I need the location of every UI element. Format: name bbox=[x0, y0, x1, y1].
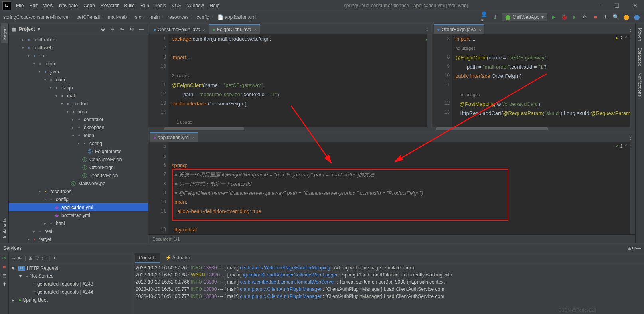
stop-icon[interactable]: ■ bbox=[1, 263, 8, 271]
menu-vcs[interactable]: VCS bbox=[169, 2, 184, 10]
services-tree-item[interactable]: ▾API HTTP Request bbox=[9, 264, 132, 272]
rerun-icon[interactable]: ⟳ bbox=[1, 255, 8, 262]
tree-item[interactable]: ▾▪web bbox=[9, 108, 148, 116]
editor-tab[interactable]: ●ConsumeFeign.java× bbox=[150, 24, 209, 34]
tag-icon[interactable]: 🏷 bbox=[41, 255, 47, 261]
tree-item[interactable]: ▸▪target bbox=[9, 235, 148, 243]
code-editor-yml[interactable]: 4567891011 13 spring: # 解决一个项目里面 @FeignC… bbox=[148, 142, 635, 234]
menu-file[interactable]: File bbox=[14, 2, 26, 10]
tree-item[interactable]: ▾▪feign bbox=[9, 132, 148, 140]
services-tree-item[interactable]: ▾▸ Not Started bbox=[9, 272, 132, 280]
tree-item[interactable]: ▸▪mall-rabbit bbox=[9, 36, 148, 44]
breadcrumb-item[interactable]: springCloud-consumer-finance bbox=[3, 14, 68, 20]
maximize-button[interactable]: ☐ bbox=[608, 0, 626, 11]
services-tree[interactable]: ▾API HTTP Request▾▸ Not Started≡ generat… bbox=[9, 263, 132, 314]
collapse-icon[interactable]: ⇤ bbox=[18, 255, 22, 261]
services-layout-icon[interactable]: ⊞ bbox=[628, 245, 632, 251]
hscrollbar-thumb[interactable] bbox=[436, 127, 548, 130]
expand-icon[interactable]: ⇥ bbox=[11, 255, 16, 261]
services-hide-icon[interactable]: — bbox=[636, 245, 641, 251]
filter-icon[interactable]: ⊟ bbox=[1, 272, 8, 279]
avatar-icon[interactable]: ⬤ bbox=[633, 13, 641, 21]
tree-item[interactable]: ▾▪main bbox=[9, 60, 148, 68]
hide-panel-icon[interactable]: — bbox=[138, 26, 145, 33]
breadcrumb-item[interactable]: 📄 application.yml bbox=[217, 14, 257, 20]
hscrollbar-thumb[interactable] bbox=[164, 127, 244, 130]
search-icon[interactable]: 🔍 bbox=[612, 13, 620, 21]
services-tree-item[interactable]: ▸● Spring Boot bbox=[9, 296, 132, 304]
project-tree[interactable]: ▸▪mall-rabbit▾▪mall-web▾▪src▾▪main▾▪java… bbox=[9, 35, 148, 243]
menu-tools[interactable]: Tools bbox=[152, 2, 168, 10]
tree-item[interactable]: ◆bootstrap.yml bbox=[9, 211, 148, 219]
breadcrumb-item[interactable]: config bbox=[197, 14, 209, 20]
menu-code[interactable]: Code bbox=[81, 2, 97, 10]
tree-item[interactable]: ▾▪mall bbox=[9, 92, 148, 100]
tree-item[interactable]: ⒾConsumeFeign bbox=[9, 156, 148, 164]
code-editor-left[interactable]: 12310 11121314 package com.tianju.mall.p… bbox=[148, 34, 432, 127]
tree-item[interactable]: ▾▪src bbox=[9, 52, 148, 60]
tree-item[interactable]: ▸▪controller bbox=[9, 116, 148, 124]
tree-item[interactable]: ⒾProductFeign bbox=[9, 172, 148, 180]
tree-item[interactable]: ▾▪config bbox=[9, 196, 148, 203]
tree-item[interactable]: ▾▪config bbox=[9, 140, 148, 148]
menu-edit[interactable]: Edit bbox=[27, 2, 40, 10]
tree-item[interactable]: ▸▪html bbox=[9, 219, 148, 227]
tree-item[interactable]: ◆application.yml bbox=[9, 203, 148, 211]
panel-settings-icon[interactable]: ⚙ bbox=[128, 26, 135, 33]
close-button[interactable]: ✕ bbox=[626, 0, 644, 11]
tree-item[interactable]: ▾▪java bbox=[9, 68, 148, 76]
tree-item[interactable]: ⒾOrderFeign bbox=[9, 164, 148, 172]
minimize-button[interactable]: ─ bbox=[590, 0, 608, 11]
editor-tabs-menu-icon[interactable]: ⋮ bbox=[626, 133, 635, 142]
filter-icon[interactable]: ▽ bbox=[35, 255, 39, 261]
editor-tabs-menu-icon[interactable]: ⋮ bbox=[422, 25, 432, 34]
editor-tabs-menu-icon[interactable]: ⋮ bbox=[626, 25, 635, 34]
menu-navigate[interactable]: Navigate bbox=[57, 2, 80, 10]
coverage-icon[interactable]: ⏵ bbox=[571, 13, 579, 21]
add-service-icon[interactable]: + bbox=[53, 255, 56, 261]
stop-icon[interactable]: ■ bbox=[591, 13, 599, 21]
menu-view[interactable]: View bbox=[41, 2, 56, 10]
tree-item[interactable]: ▾▪com bbox=[9, 76, 148, 84]
database-tool-tab[interactable]: Database bbox=[637, 44, 643, 69]
tree-item[interactable]: ▸▪exception bbox=[9, 124, 148, 132]
collapse-all-icon[interactable]: ⇤ bbox=[119, 26, 126, 33]
menu-refactor[interactable]: Refactor bbox=[98, 2, 121, 10]
tree-item[interactable]: ▸▪test bbox=[9, 227, 148, 235]
run-icon[interactable]: ▶ bbox=[550, 13, 558, 21]
debug-icon[interactable]: 🐞 bbox=[560, 13, 568, 21]
export-icon[interactable]: ⬆ bbox=[1, 281, 8, 288]
menu-build[interactable]: Build bbox=[122, 2, 137, 10]
console-tab-console[interactable]: Console bbox=[135, 253, 160, 263]
tree-item[interactable]: ▾▪resources bbox=[9, 188, 148, 196]
bookmarks-tool-tab[interactable]: Bookmarks bbox=[1, 215, 8, 243]
breadcrumb-item[interactable]: resources bbox=[168, 14, 189, 20]
select-opened-icon[interactable]: ⊕ bbox=[99, 26, 107, 33]
menu-window[interactable]: Window bbox=[185, 2, 207, 10]
expand-all-icon[interactable]: ≡ bbox=[109, 26, 116, 33]
tree-item[interactable]: ▾▪tianju bbox=[9, 84, 148, 92]
code-editor-right[interactable]: 3 891011 1213 15 import ... no usages @F… bbox=[432, 34, 635, 127]
services-settings-icon[interactable]: ⚙ bbox=[632, 245, 636, 251]
tree-item[interactable]: ⒸFeignInterce bbox=[9, 148, 148, 156]
add-config-icon[interactable]: 👤▾ bbox=[481, 13, 489, 21]
tree-item[interactable]: ⒸMallWebApp bbox=[9, 180, 148, 188]
tree-item[interactable]: ▾▪mall-web bbox=[9, 44, 148, 52]
console-tab-actuator[interactable]: ⚡ Actuator bbox=[161, 253, 194, 263]
group-icon[interactable]: ⊞ bbox=[28, 255, 33, 261]
maven-tool-tab[interactable]: Maven bbox=[637, 25, 643, 44]
console-output[interactable]: 2023-10-20 16:50:57.267 INFO 13880 --- [… bbox=[132, 263, 644, 314]
editor-tab[interactable]: ●OrderFeign.java× bbox=[434, 24, 484, 34]
editor-tab[interactable]: ●application.yml× bbox=[150, 132, 198, 142]
build-icon[interactable]: ⤓ bbox=[491, 13, 499, 21]
breadcrumb-item[interactable]: main bbox=[149, 14, 160, 20]
menu-run[interactable]: Run bbox=[138, 2, 152, 10]
git-update-icon[interactable]: ⬇ bbox=[602, 13, 610, 21]
services-tree-item[interactable]: ≡ generated-requests | #243 bbox=[9, 280, 132, 288]
editor-tab[interactable]: ●FeignClient.java× bbox=[209, 24, 260, 34]
breadcrumb-item[interactable]: mall-web bbox=[108, 14, 127, 20]
run-config-dropdown[interactable]: ⬤ MallWebApp ▾ bbox=[502, 13, 547, 21]
tree-item[interactable]: ▾▪product bbox=[9, 100, 148, 108]
breadcrumb-item[interactable]: src bbox=[135, 14, 141, 20]
project-tool-tab[interactable]: Project bbox=[1, 23, 8, 43]
